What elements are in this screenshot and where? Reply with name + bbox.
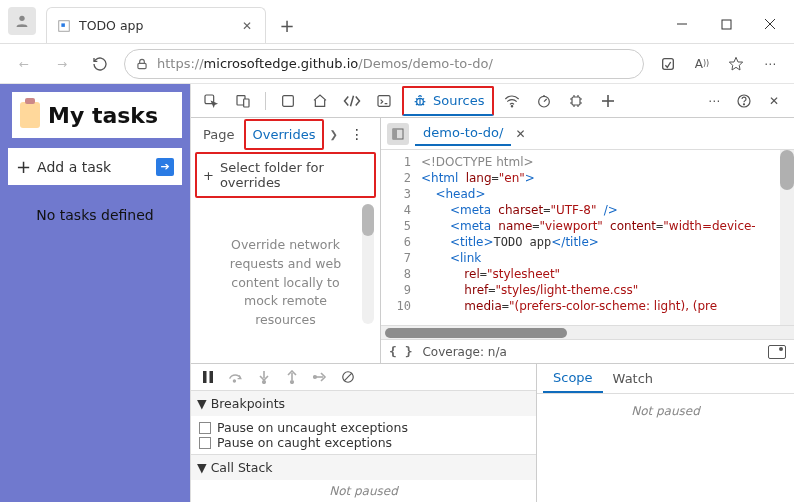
- refresh-button[interactable]: [86, 50, 114, 78]
- more-menu-icon[interactable]: ⋯: [756, 50, 784, 78]
- coverage-text: Coverage: n/a: [422, 345, 506, 359]
- add-task-label: Add a task: [37, 159, 111, 175]
- window-close-button[interactable]: [748, 9, 792, 39]
- pause-button[interactable]: [195, 364, 221, 390]
- devtools-close-icon[interactable]: ✕: [760, 87, 788, 115]
- sources-tab[interactable]: Sources: [402, 86, 494, 116]
- page-nav-tab[interactable]: Page: [197, 121, 240, 148]
- lock-icon: [135, 57, 149, 71]
- left-panel-scrollbar[interactable]: [362, 204, 374, 324]
- svg-line-21: [416, 103, 417, 104]
- svg-line-25: [544, 99, 547, 102]
- deactivate-breakpoints-icon[interactable]: [335, 364, 361, 390]
- svg-rect-13: [283, 95, 294, 106]
- console-panel-icon[interactable]: [370, 87, 398, 115]
- svg-marker-9: [729, 57, 742, 70]
- code-v-scrollbar[interactable]: [780, 150, 794, 325]
- add-panel-icon[interactable]: [594, 87, 622, 115]
- home-icon[interactable]: [306, 87, 334, 115]
- maximize-button[interactable]: [704, 9, 748, 39]
- svg-rect-8: [663, 58, 674, 69]
- svg-point-0: [19, 16, 24, 21]
- svg-line-22: [423, 103, 424, 104]
- forward-button[interactable]: →: [48, 50, 76, 78]
- overrides-help-text: Override network requests and web conten…: [211, 210, 360, 336]
- svg-line-52: [344, 373, 352, 381]
- close-file-icon[interactable]: ✕: [515, 127, 525, 141]
- svg-point-24: [539, 96, 550, 107]
- svg-rect-2: [61, 23, 65, 27]
- plus-icon: +: [203, 168, 214, 183]
- nav-more-icon[interactable]: ⋮: [344, 126, 370, 142]
- svg-rect-27: [572, 97, 580, 105]
- memory-panel-icon[interactable]: [562, 87, 590, 115]
- favorite-icon[interactable]: [722, 50, 750, 78]
- step-over-icon[interactable]: [223, 364, 249, 390]
- devtools-help-icon[interactable]: [730, 87, 758, 115]
- device-emulation-icon[interactable]: [229, 87, 257, 115]
- webpage-content: My tasks + Add a task ➔ No tasks defined: [0, 84, 190, 502]
- minimize-button[interactable]: [660, 9, 704, 39]
- svg-point-50: [314, 376, 317, 379]
- svg-point-44: [233, 380, 235, 382]
- elements-panel-icon[interactable]: [338, 87, 366, 115]
- bug-icon: [412, 93, 428, 109]
- pause-uncaught-checkbox[interactable]: Pause on uncaught exceptions: [199, 420, 528, 435]
- no-tasks-text: No tasks defined: [8, 195, 182, 223]
- new-tab-button[interactable]: +: [272, 10, 302, 40]
- watch-tab[interactable]: Watch: [603, 365, 663, 392]
- svg-point-39: [743, 103, 744, 104]
- step-icon[interactable]: [307, 364, 333, 390]
- screenshot-icon[interactable]: [768, 345, 786, 359]
- scope-tab[interactable]: Scope: [543, 364, 603, 393]
- svg-rect-42: [203, 371, 207, 383]
- callstack-not-paused-text: Not paused: [191, 480, 536, 502]
- back-button[interactable]: ←: [10, 50, 38, 78]
- more-tabs-chevron-icon[interactable]: ❯: [328, 129, 340, 140]
- svg-point-48: [291, 381, 294, 384]
- svg-rect-4: [722, 20, 731, 29]
- open-file-tab[interactable]: demo-to-do/: [415, 121, 511, 146]
- pause-caught-checkbox[interactable]: Pause on caught exceptions: [199, 435, 528, 450]
- svg-rect-12: [244, 99, 249, 107]
- svg-rect-14: [378, 95, 390, 106]
- scope-not-paused-text: Not paused: [537, 394, 794, 422]
- svg-rect-43: [210, 371, 214, 383]
- add-task-row[interactable]: + Add a task ➔: [8, 148, 182, 185]
- pretty-print-icon[interactable]: { }: [389, 344, 412, 359]
- step-into-icon[interactable]: [251, 364, 277, 390]
- address-bar[interactable]: https://microsoftedge.github.io/Demos/de…: [124, 49, 644, 79]
- svg-line-19: [416, 98, 417, 99]
- overrides-nav-tab[interactable]: Overrides: [244, 119, 323, 150]
- page-heading: My tasks: [8, 92, 182, 138]
- toggle-navigator-icon[interactable]: [387, 123, 409, 145]
- welcome-panel-icon[interactable]: [274, 87, 302, 115]
- svg-point-46: [263, 381, 266, 384]
- favicon-icon: [57, 19, 71, 33]
- line-gutter: 12345678910: [381, 150, 417, 325]
- tab-close-icon[interactable]: ✕: [239, 18, 255, 34]
- profile-avatar[interactable]: [8, 7, 36, 35]
- breakpoints-section-header[interactable]: ▼ Breakpoints: [191, 391, 536, 416]
- tab-title: TODO app: [79, 18, 231, 33]
- code-h-scrollbar[interactable]: [381, 325, 794, 339]
- source-code[interactable]: <!DOCTYPE html> <html lang="en"> <head> …: [417, 150, 794, 325]
- performance-panel-icon[interactable]: [530, 87, 558, 115]
- callstack-section-header[interactable]: ▼ Call Stack: [191, 455, 536, 480]
- step-out-icon[interactable]: [279, 364, 305, 390]
- network-panel-icon[interactable]: [498, 87, 526, 115]
- browser-tab[interactable]: TODO app ✕: [46, 7, 266, 43]
- url-text: https://microsoftedge.github.io/Demos/de…: [157, 56, 493, 71]
- select-folder-button[interactable]: + Select folder for overrides: [195, 152, 376, 198]
- clipboard-icon: [20, 102, 40, 128]
- svg-point-23: [512, 105, 513, 106]
- svg-rect-7: [138, 63, 146, 68]
- inspect-element-icon[interactable]: [197, 87, 225, 115]
- app-mode-icon[interactable]: [654, 50, 682, 78]
- submit-task-button[interactable]: ➔: [156, 158, 174, 176]
- devtools-more-icon[interactable]: ⋯: [700, 87, 728, 115]
- svg-rect-41: [393, 129, 397, 139]
- svg-line-20: [423, 98, 424, 99]
- read-aloud-icon[interactable]: A)): [688, 50, 716, 78]
- plus-icon: +: [16, 156, 31, 177]
